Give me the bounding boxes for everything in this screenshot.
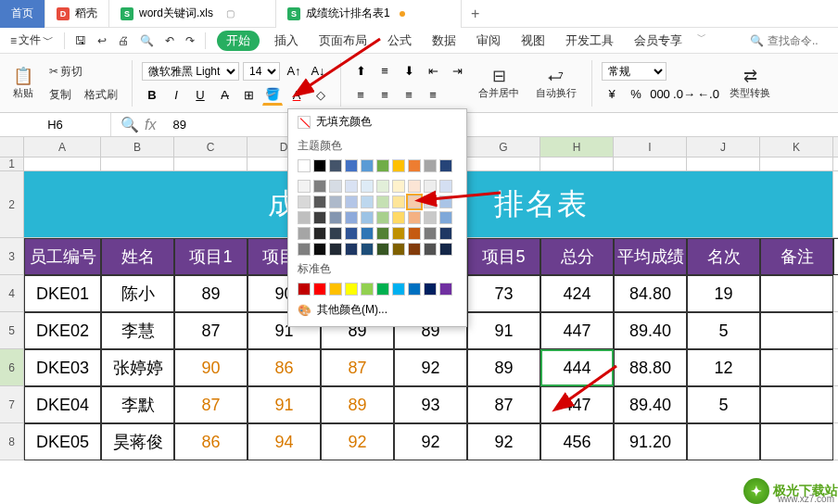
data-cell[interactable]: DKE01 xyxy=(24,275,101,312)
inc-decimal-button[interactable]: .0→ xyxy=(674,84,694,105)
comma-button[interactable]: 000 xyxy=(650,84,670,105)
row-header-4[interactable]: 4 xyxy=(0,275,24,312)
decrease-font-button[interactable]: A↓ xyxy=(308,61,328,82)
color-swatch[interactable] xyxy=(361,243,374,256)
align-bottom-button[interactable]: ⬇ xyxy=(399,61,419,82)
menu-data[interactable]: 数据 xyxy=(426,31,462,51)
color-swatch[interactable] xyxy=(298,227,311,240)
color-swatch[interactable] xyxy=(345,227,358,240)
color-swatch[interactable] xyxy=(439,195,452,208)
color-swatch[interactable] xyxy=(329,243,342,256)
data-cell[interactable]: 李慧 xyxy=(101,312,174,349)
format-painter-button[interactable]: 格式刷 xyxy=(80,84,122,106)
data-cell[interactable]: 89.40 xyxy=(614,386,687,423)
col-header-B[interactable]: B xyxy=(101,137,174,158)
data-cell[interactable]: 5 xyxy=(687,386,760,423)
data-cell[interactable]: 5 xyxy=(687,312,760,349)
color-swatch[interactable] xyxy=(439,180,452,193)
col-header-C[interactable]: C xyxy=(174,137,248,158)
data-cell[interactable] xyxy=(760,312,833,349)
menu-insert[interactable]: 插入 xyxy=(269,31,304,51)
data-cell[interactable]: 昊蒋俊 xyxy=(101,423,174,460)
row-header-2[interactable]: 2 xyxy=(0,171,24,238)
tab-add-button[interactable]: + xyxy=(462,6,489,22)
color-swatch[interactable] xyxy=(345,243,358,256)
color-swatch[interactable] xyxy=(376,211,389,224)
color-swatch[interactable] xyxy=(298,159,311,172)
tab-file-2[interactable]: S成绩统计排名表1 xyxy=(276,0,462,28)
color-swatch[interactable] xyxy=(439,227,452,240)
col-header-J[interactable]: J xyxy=(687,137,760,158)
color-swatch[interactable] xyxy=(439,243,452,256)
color-swatch[interactable] xyxy=(392,180,405,193)
merge-center-button[interactable]: ⊟合并居中 xyxy=(473,64,525,102)
header-cell[interactable]: 总分 xyxy=(540,238,614,275)
data-cell[interactable]: 12 xyxy=(687,349,760,386)
color-swatch[interactable] xyxy=(424,243,437,256)
col-header-G[interactable]: G xyxy=(467,137,540,158)
data-cell[interactable]: 19 xyxy=(687,275,760,312)
color-swatch[interactable] xyxy=(361,195,374,208)
data-cell[interactable]: 87 xyxy=(467,386,540,423)
increase-font-button[interactable]: A↑ xyxy=(284,61,304,82)
strike-button[interactable]: A̶ xyxy=(214,85,235,106)
color-swatch[interactable] xyxy=(392,227,405,240)
data-cell[interactable]: DKE05 xyxy=(24,423,101,460)
cell[interactable] xyxy=(760,158,833,171)
color-swatch[interactable] xyxy=(361,227,374,240)
data-cell[interactable]: 94 xyxy=(248,423,321,460)
data-cell[interactable]: 91 xyxy=(467,312,540,349)
data-cell[interactable]: 89.40 xyxy=(614,312,687,349)
col-header-K[interactable]: K xyxy=(760,137,833,158)
tab-doke[interactable]: D稻壳 xyxy=(45,0,109,28)
color-swatch[interactable] xyxy=(313,243,326,256)
data-cell[interactable]: 92 xyxy=(394,423,467,460)
color-swatch[interactable] xyxy=(313,195,326,208)
clear-format-button[interactable]: ◇ xyxy=(311,85,331,106)
more-colors-option[interactable]: 🎨 其他颜色(M)... xyxy=(288,297,466,322)
indent-right-button[interactable]: ⇥ xyxy=(447,61,467,82)
color-swatch[interactable] xyxy=(361,180,374,193)
row-header-5[interactable]: 5 xyxy=(0,312,24,349)
color-swatch[interactable] xyxy=(329,227,342,240)
data-cell[interactable] xyxy=(760,423,833,460)
color-swatch[interactable] xyxy=(313,227,326,240)
fx-icon[interactable]: fx xyxy=(145,117,156,133)
header-cell[interactable]: 姓名 xyxy=(101,238,174,275)
data-cell[interactable]: 87 xyxy=(321,349,394,386)
lookup-icon[interactable]: 🔍 xyxy=(121,116,139,133)
tab-home[interactable]: 首页 xyxy=(0,0,45,28)
underline-button[interactable]: U xyxy=(190,85,210,106)
cell[interactable] xyxy=(833,423,838,460)
header-cell[interactable]: 平均成绩 xyxy=(614,238,687,275)
color-swatch[interactable] xyxy=(313,159,326,172)
color-swatch[interactable] xyxy=(392,195,405,208)
header-cell[interactable]: 备注 xyxy=(760,238,833,275)
color-swatch[interactable] xyxy=(439,283,452,296)
color-swatch[interactable] xyxy=(376,180,389,193)
cell[interactable] xyxy=(833,238,838,275)
col-header-I[interactable]: I xyxy=(614,137,687,158)
menu-review[interactable]: 审阅 xyxy=(471,31,506,51)
color-swatch[interactable] xyxy=(361,211,374,224)
data-cell[interactable]: 73 xyxy=(467,275,540,312)
color-swatch[interactable] xyxy=(345,195,358,208)
wrap-text-button[interactable]: ⮐自动换行 xyxy=(530,65,582,102)
menu-layout[interactable]: 页面布局 xyxy=(313,31,373,51)
search-input[interactable] xyxy=(768,34,832,47)
color-swatch[interactable] xyxy=(329,159,342,172)
color-swatch[interactable] xyxy=(345,211,358,224)
color-swatch[interactable] xyxy=(329,180,342,193)
chevron-down-icon[interactable]: ﹀ xyxy=(697,31,706,51)
menu-member[interactable]: 会员专享 xyxy=(628,31,688,51)
data-cell[interactable]: 92 xyxy=(321,423,394,460)
color-swatch[interactable] xyxy=(439,159,452,172)
row-header-1[interactable]: 1 xyxy=(0,158,24,171)
data-cell[interactable]: 447 xyxy=(540,386,614,423)
color-swatch[interactable] xyxy=(424,159,437,172)
color-swatch[interactable] xyxy=(408,159,421,172)
cell[interactable] xyxy=(833,275,838,312)
qat-preview[interactable]: 🔍 xyxy=(135,32,159,50)
row-header-3[interactable]: 3 xyxy=(0,238,24,275)
data-cell[interactable]: 陈小 xyxy=(101,275,174,312)
